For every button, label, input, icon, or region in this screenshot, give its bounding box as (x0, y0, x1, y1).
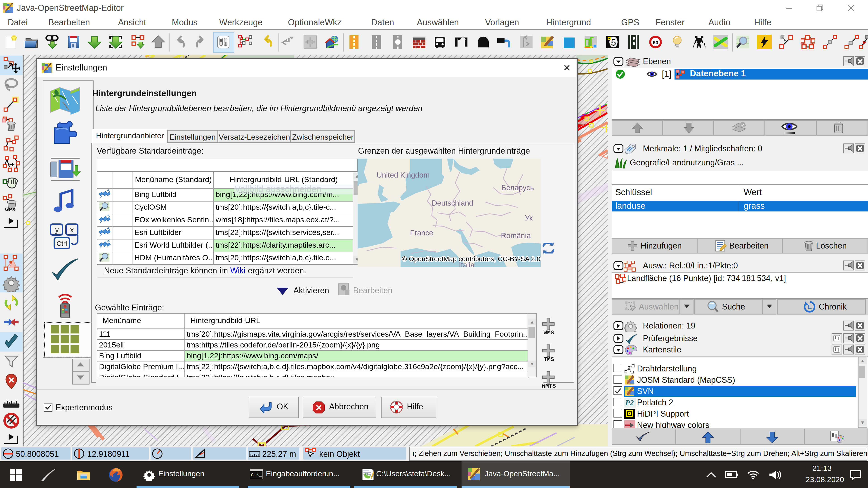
svg-text:Беларусь: Беларусь (501, 184, 534, 192)
svg-text:Ctrl: Ctrl (57, 240, 67, 247)
svg-text:France: France (410, 229, 433, 237)
svg-text:L: L (808, 303, 812, 311)
svg-text:Deutschland: Deutschland (432, 199, 473, 207)
svg-text:x: x (70, 226, 74, 234)
svg-text:y: y (55, 226, 59, 234)
svg-text:Ук: Ук (525, 214, 532, 222)
svg-text:GPX: GPX (5, 206, 16, 212)
svg-text:60: 60 (653, 40, 658, 45)
svg-text:© OpenStreetMap contributors,: © OpenStreetMap contributors, CC-BY-SA 2… (402, 255, 540, 263)
svg-text:C:\_: C:\_ (251, 473, 262, 478)
svg-text:România: România (501, 231, 531, 240)
svg-text:P2: P2 (625, 398, 634, 407)
svg-text:United Kingdom: United Kingdom (377, 171, 430, 179)
svg-text:5: 5 (611, 37, 616, 47)
